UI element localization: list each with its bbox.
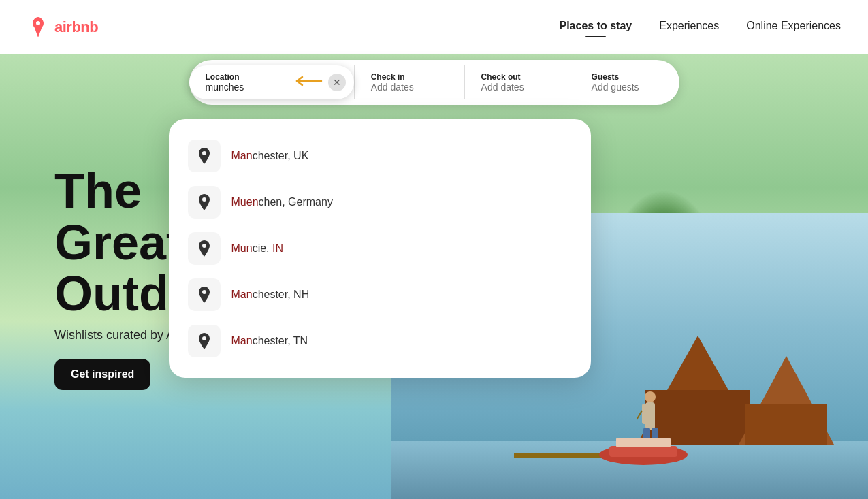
checkout-placeholder: Add dates: [481, 82, 558, 93]
location-dropdown: Manchester, UK Muenchen, Germany Muncie,…: [169, 119, 591, 378]
list-item[interactable]: Muncie, IN: [180, 225, 580, 272]
boat-illustration: [596, 431, 691, 465]
svg-point-0: [645, 391, 656, 402]
list-item[interactable]: Manchester, UK: [180, 133, 580, 179]
location-name: Manchester, NH: [231, 289, 310, 301]
header: airbnb Places to stay Experiences Online…: [0, 0, 868, 54]
nav-places-to-stay[interactable]: Places to stay: [559, 20, 632, 35]
search-bar: Location munches ✕ Check in Add dates Ch…: [189, 60, 679, 105]
get-inspired-button[interactable]: Get inspired: [54, 359, 150, 390]
main-nav: Places to stay Experiences Online Experi…: [559, 20, 841, 35]
svg-rect-8: [616, 438, 671, 447]
guests-placeholder: Add guests: [592, 82, 669, 93]
arrow-icon: [295, 76, 323, 89]
nav-experiences[interactable]: Experiences: [659, 20, 719, 35]
nav-online-experiences[interactable]: Online Experiences: [746, 20, 841, 35]
checkout-label: Check out: [481, 72, 558, 82]
location-pin-icon: [188, 278, 221, 311]
checkout-section[interactable]: Check out Add dates: [464, 65, 575, 99]
clear-location-button[interactable]: ✕: [328, 74, 346, 91]
location-pin-icon: [188, 140, 221, 172]
location-pin-icon: [188, 232, 221, 265]
list-item[interactable]: Manchester, NH: [180, 272, 580, 318]
list-item[interactable]: Manchester, TN: [180, 318, 580, 364]
logo[interactable]: airbnb: [27, 16, 98, 38]
location-section[interactable]: Location munches ✕: [189, 65, 354, 99]
location-name: Muenchen, Germany: [231, 196, 333, 208]
location-pin-icon: [188, 186, 221, 219]
location-pin-icon: [188, 325, 221, 357]
svg-rect-2: [642, 404, 647, 424]
svg-rect-7: [609, 446, 677, 457]
guests-section[interactable]: Guests Add guests: [575, 65, 679, 99]
guests-label: Guests: [592, 72, 669, 82]
logo-text: airbnb: [54, 18, 98, 36]
checkin-placeholder: Add dates: [371, 82, 448, 93]
location-name: Muncie, IN: [231, 242, 283, 255]
airbnb-logo-icon: [27, 16, 49, 38]
checkin-label: Check in: [371, 72, 448, 82]
list-item[interactable]: Muenchen, Germany: [180, 179, 580, 225]
svg-line-5: [637, 411, 642, 431]
location-name: Manchester, TN: [231, 335, 308, 347]
location-name: Manchester, UK: [231, 150, 309, 162]
checkin-section[interactable]: Check in Add dates: [354, 65, 464, 99]
